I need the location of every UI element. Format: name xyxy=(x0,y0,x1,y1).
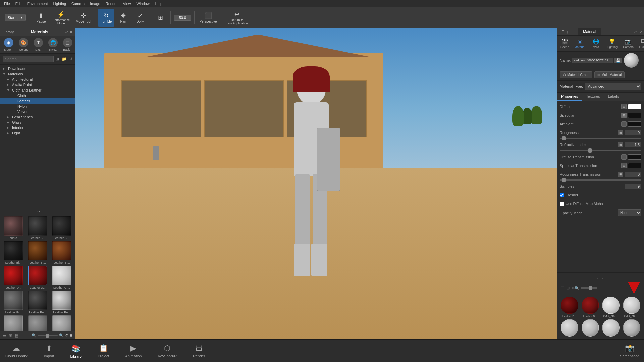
tumble-button[interactable]: ↻ Tumble xyxy=(98,9,114,27)
rp-tab-enviro[interactable]: 🌐 Enviro... xyxy=(588,37,604,50)
zoom-plus-icon[interactable]: 🔍 xyxy=(59,333,64,338)
tree-light[interactable]: ▶ Light xyxy=(0,130,75,136)
rp-mat-7[interactable] xyxy=(601,319,621,337)
material-name-input[interactable] xyxy=(572,58,613,63)
mat-leather-d2[interactable]: Leather D... xyxy=(26,266,49,289)
mat-cuero[interactable]: cuero xyxy=(2,216,25,240)
grid-button[interactable]: ⊞ xyxy=(152,9,168,27)
lib-tab-textures[interactable]: T Text... xyxy=(32,38,44,51)
tree-gem-stones[interactable]: ▶ Gem Stones xyxy=(0,114,75,120)
menu-view[interactable]: View xyxy=(120,1,134,6)
sync-icon[interactable]: ⟲ xyxy=(65,333,68,338)
opacity-mode-select[interactable]: None xyxy=(618,209,641,216)
rp-view-list-icon[interactable]: ☰ xyxy=(561,286,565,290)
view-list-icon[interactable]: ☰ xyxy=(3,333,7,338)
roughness-transmission-value[interactable] xyxy=(625,172,641,177)
diff-trans-map-icon[interactable]: ⊞ xyxy=(621,154,627,160)
panel-close-icon[interactable]: ✕ xyxy=(69,30,72,34)
menu-edit[interactable]: Edit xyxy=(13,1,24,6)
tree-nylon[interactable]: Nylon xyxy=(0,104,75,109)
tree-leather[interactable]: Leather xyxy=(0,98,75,104)
fov-input[interactable] xyxy=(174,15,191,21)
bottom-library[interactable]: 📚 Library xyxy=(62,340,90,362)
refractive-map-icon[interactable]: ⊞ xyxy=(618,142,623,147)
layout-icon[interactable]: ⊟ xyxy=(69,333,72,338)
panel-expand-icon[interactable]: ⤢ xyxy=(65,30,68,34)
bottom-keyshot-xr[interactable]: ⬡ KeyShotXR xyxy=(150,340,185,362)
prop-tab-labels[interactable]: Labels xyxy=(604,93,623,101)
rp-view-grid-icon[interactable]: ⊞ xyxy=(567,286,570,290)
startup-button[interactable]: Startup ▾ xyxy=(2,9,29,27)
fresnel-checkbox[interactable] xyxy=(560,193,564,197)
return-link-button[interactable]: ↩ Return toLink Application xyxy=(224,9,251,27)
zoom-slider[interactable] xyxy=(38,335,58,336)
multi-material-button[interactable]: ⊞ Multi-Material xyxy=(594,71,625,78)
menu-camera[interactable]: Camera xyxy=(69,1,87,6)
roughness-slider-thumb[interactable] xyxy=(562,136,566,140)
rp-sort-icon[interactable]: ⇅ xyxy=(572,286,575,290)
tree-velvet[interactable]: Velvet xyxy=(0,109,75,114)
material-save-button[interactable]: 💾 xyxy=(614,58,622,63)
lib-tab-environments[interactable]: 🌐 Envir... xyxy=(47,38,59,51)
ambient-color[interactable] xyxy=(628,121,641,127)
menu-render[interactable]: Render xyxy=(103,1,120,6)
lib-tab-colors[interactable]: 🎨 Colors xyxy=(17,38,30,51)
view-grid-icon[interactable]: ⊞ xyxy=(9,333,12,338)
lib-tab-backplates[interactable]: ◻ Back... xyxy=(62,38,74,51)
rough-trans-slider[interactable] xyxy=(560,179,641,181)
screenshot-button[interactable]: 📸 Screenshot xyxy=(614,343,644,359)
rp-mat-3[interactable]: ZMat_ZBru... xyxy=(601,297,621,318)
refractive-slider[interactable] xyxy=(560,150,641,151)
bottom-render[interactable]: 🎞 Render xyxy=(185,340,213,362)
mat-leather-gr1[interactable]: Leather Gr... xyxy=(50,266,73,289)
tree-materials[interactable]: ▼ Materials xyxy=(0,71,75,77)
roughness-map-icon[interactable]: ⊞ xyxy=(618,130,623,135)
search-folder-button[interactable]: 📁 xyxy=(61,56,67,62)
tree-axalta[interactable]: ▶ Axalta Paint xyxy=(0,82,75,87)
menu-environment[interactable]: Environment xyxy=(24,1,51,6)
mat-leather-w2[interactable]: Leather W... xyxy=(26,315,49,331)
material-type-select[interactable]: Advanced xyxy=(585,83,641,90)
mat-leather-br1[interactable]: Leather Br... xyxy=(26,241,49,264)
specular-transmission-color[interactable] xyxy=(628,163,641,168)
tree-cloth[interactable]: Cloth xyxy=(0,93,75,98)
pan-button[interactable]: ✥ Pan xyxy=(115,9,131,27)
rp-tab-lighting[interactable]: 💡 Lighting xyxy=(604,37,621,50)
pause-button[interactable]: ⏸ Pause xyxy=(33,9,49,27)
menu-lighting[interactable]: Lighting xyxy=(50,1,69,6)
mat-leather-d1[interactable]: Leather D... xyxy=(2,266,25,289)
lib-tab-materials[interactable]: ◉ Mate... xyxy=(3,38,15,51)
search-input[interactable] xyxy=(3,56,54,62)
mat-leather-pe1[interactable]: Leather Pe... xyxy=(26,291,49,314)
mat-leather-w1[interactable]: Leather W... xyxy=(2,315,25,331)
diffuse-transmission-color[interactable] xyxy=(628,154,641,160)
rp-tab-scene[interactable]: 🎬 Scene xyxy=(558,37,572,50)
tree-glass[interactable]: ▶ Glass xyxy=(0,120,75,125)
rp-tab-camera[interactable]: 📷 Camera xyxy=(620,37,636,50)
rp-mat-8[interactable] xyxy=(622,319,641,337)
specular-color[interactable] xyxy=(628,113,641,118)
menu-image[interactable]: Image xyxy=(87,1,103,6)
specular-map-icon[interactable]: ⊞ xyxy=(621,113,627,118)
rp-close-icon[interactable]: ✕ xyxy=(638,28,644,35)
bottom-animation[interactable]: ▶ Animation xyxy=(117,340,150,362)
spec-trans-map-icon[interactable]: ⊞ xyxy=(621,163,627,168)
menu-help[interactable]: Help xyxy=(152,1,165,6)
red-arrow-button[interactable] xyxy=(628,282,640,294)
mat-leather-gr2[interactable]: Leather Gr... xyxy=(2,291,25,314)
bottom-project[interactable]: 📋 Project xyxy=(90,340,117,362)
rp-mat-6[interactable] xyxy=(581,319,600,337)
dolly-button[interactable]: ⤢ Dolly xyxy=(132,9,148,27)
rp-tab-material[interactable]: ◉ Material xyxy=(572,37,588,50)
menu-window[interactable]: Window xyxy=(133,1,152,6)
diffuse-alpha-checkbox[interactable] xyxy=(560,202,564,206)
prop-tab-textures[interactable]: Textures xyxy=(582,93,604,101)
mat-leather-br2[interactable]: Leather Br... xyxy=(50,241,73,264)
material-graph-button[interactable]: ⬡ Material Graph xyxy=(560,71,592,78)
mat-leather-w3[interactable]: Leather W... xyxy=(50,315,73,331)
perspective-button[interactable]: ⬛ Perspective xyxy=(197,9,219,27)
viewport[interactable] xyxy=(75,28,557,339)
rp-tab-image[interactable]: 🖼 Image xyxy=(636,37,644,50)
roughness-slider[interactable] xyxy=(560,138,641,139)
bottom-import[interactable]: ⬆ Import xyxy=(36,340,62,362)
